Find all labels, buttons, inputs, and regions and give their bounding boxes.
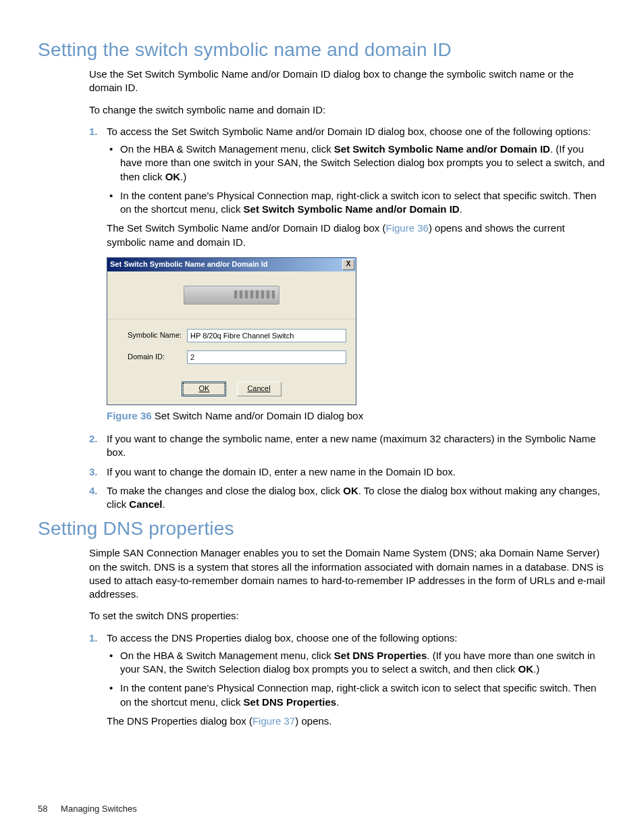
page-number: 58	[38, 804, 47, 814]
step-number: 3.	[89, 465, 98, 479]
dns-option-bullet-menu: On the HBA & Switch Management menu, cli…	[107, 649, 606, 677]
section-heading-symbolic: Setting the switch symbolic name and dom…	[38, 39, 606, 61]
text-run: The DNS Properties dialog box (	[107, 715, 252, 727]
step-number: 2.	[89, 432, 98, 446]
ok-button[interactable]: OK	[182, 382, 226, 396]
step-3: 3. If you want to change the domain ID, …	[89, 465, 606, 479]
option-bullet-rightclick: In the content pane's Physical Connectio…	[107, 189, 606, 217]
step-number: 4.	[89, 484, 98, 498]
step-text: If you want to change the symbolic name,…	[107, 433, 596, 458]
ok-label: OK	[518, 663, 533, 675]
lead-in-paragraph: To change the switch symbolic name and d…	[89, 103, 606, 117]
cancel-button-label: Cancel	[247, 384, 270, 392]
dns-lead-in: To set the switch DNS properties:	[89, 609, 606, 623]
text-run: .	[460, 203, 462, 215]
menu-command: Set Switch Symbolic Name and/or Domain I…	[244, 203, 460, 215]
step-4: 4. To make the changes and close the dia…	[89, 484, 606, 512]
ok-label: OK	[343, 485, 358, 496]
step-text: To access the Set Switch Symbolic Name a…	[107, 126, 591, 137]
text-run: .)	[180, 171, 186, 182]
ok-label: OK	[165, 171, 181, 182]
dialog-titlebar: Set Switch Symbolic Name and/or Domain I…	[107, 258, 356, 271]
figure-36-dialog: Set Switch Symbolic Name and/or Domain I…	[107, 257, 606, 405]
switch-device-icon	[184, 286, 279, 305]
step-number: 1.	[89, 125, 98, 138]
text-run: On the HBA & Switch Management menu, cli…	[120, 143, 334, 155]
text-run: To make the changes and close the dialog…	[107, 485, 343, 496]
close-icon[interactable]: X	[342, 259, 354, 270]
figure-caption: Figure 36 Set Switch Name and/or Domain …	[107, 409, 606, 423]
text-run: ) opens.	[295, 715, 331, 727]
ok-button-label: OK	[199, 384, 210, 392]
section-heading-dns: Setting DNS properties	[38, 518, 606, 540]
symbolic-name-input[interactable]: HP 8/20q Fibre Channel Switch	[187, 329, 346, 342]
page-footer: 58 Managing Switches	[38, 804, 137, 814]
text-run: .	[163, 498, 165, 510]
step-text: To access the DNS Properties dialog box,…	[107, 632, 457, 644]
menu-command: Set DNS Properties	[244, 696, 337, 708]
dialog-title-text: Set Switch Symbolic Name and/or Domain I…	[110, 259, 342, 269]
dialog-form: Symbolic Name: HP 8/20q Fibre Channel Sw…	[107, 319, 356, 376]
text-run: The Set Switch Symbolic Name and/or Doma…	[107, 222, 386, 234]
text-run: .)	[533, 663, 539, 675]
dialog-image-area	[107, 271, 356, 319]
footer-title: Managing Switches	[61, 804, 137, 814]
text-run: .	[336, 696, 339, 708]
step-result: The Set Switch Symbolic Name and/or Doma…	[107, 221, 606, 249]
figure-caption-text: Set Switch Name and/or Domain ID dialog …	[152, 410, 363, 421]
menu-command: Set DNS Properties	[334, 650, 427, 661]
step-text: If you want to change the domain ID, ent…	[107, 466, 456, 477]
step-1: 1. To access the Set Switch Symbolic Nam…	[89, 125, 606, 423]
symbolic-name-label: Symbolic Name:	[128, 330, 187, 340]
figure-label: Figure 36	[107, 410, 152, 421]
text-run: In the content pane's Physical Connectio…	[120, 682, 596, 707]
cancel-label: Cancel	[129, 498, 162, 510]
option-bullet-menu: On the HBA & Switch Management menu, cli…	[107, 142, 606, 184]
intro-paragraph: Use the Set Switch Symbolic Name and/or …	[89, 68, 606, 95]
step-2: 2. If you want to change the symbolic na…	[89, 432, 606, 460]
cancel-button[interactable]: Cancel	[237, 382, 281, 396]
step-number: 1.	[89, 631, 98, 645]
figure-link-37[interactable]: Figure 37	[252, 715, 295, 727]
dns-step-result: The DNS Properties dialog box (Figure 37…	[107, 714, 606, 728]
figure-link-36[interactable]: Figure 36	[386, 222, 429, 234]
domain-id-label: Domain ID:	[128, 352, 187, 362]
dns-intro-paragraph: Simple SAN Connection Manager enables yo…	[89, 546, 606, 601]
domain-id-input[interactable]: 2	[187, 350, 346, 364]
text-run: On the HBA & Switch Management menu, cli…	[120, 650, 334, 661]
menu-command: Set Switch Symbolic Name and/or Domain I…	[334, 143, 550, 155]
dns-step-1: 1. To access the DNS Properties dialog b…	[89, 631, 606, 729]
dns-option-bullet-rightclick: In the content pane's Physical Connectio…	[107, 681, 606, 709]
